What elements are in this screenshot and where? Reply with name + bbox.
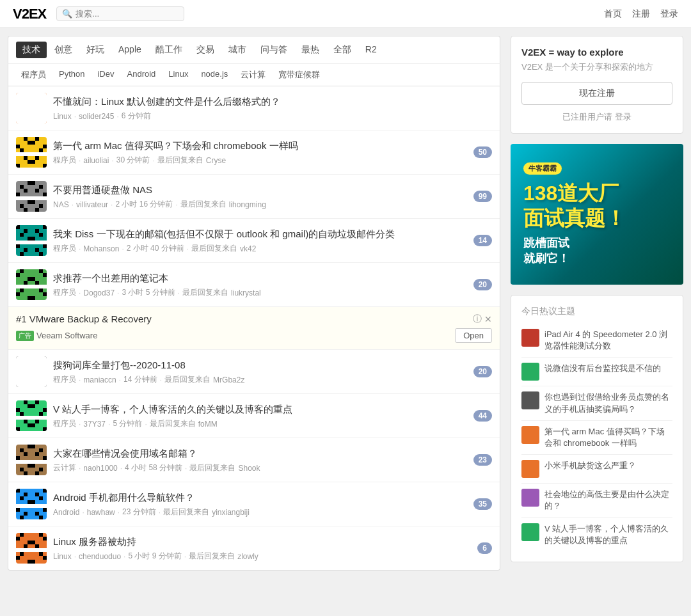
svg-rect-72	[16, 152, 20, 156]
topic-author[interactable]: Dogod37	[83, 288, 115, 297]
nav-register[interactable]: 注册	[632, 8, 650, 20]
logo[interactable]: V2EX	[13, 6, 46, 22]
tab-好玩[interactable]: 好玩	[80, 42, 111, 58]
topic-author[interactable]: 37Y37	[83, 420, 106, 429]
topic-node[interactable]: Linux	[53, 112, 72, 121]
nav-home[interactable]: 首页	[604, 8, 622, 20]
svg-rect-156	[24, 356, 28, 360]
tab-交易[interactable]: 交易	[190, 42, 221, 58]
reply-count: 99	[473, 191, 492, 202]
sub-tab-Python[interactable]: Python	[54, 68, 90, 82]
sub-tab-云计算[interactable]: 云计算	[235, 68, 271, 82]
svg-rect-73	[43, 152, 47, 156]
topic-last-reply: 最后回复来自	[164, 374, 210, 385]
topic-author[interactable]: naoh1000	[83, 464, 117, 473]
topic-author[interactable]: ailuoliai	[83, 156, 109, 165]
hot-item[interactable]: 小米手机缺货这么严重？	[521, 455, 672, 484]
sub-tab-Android[interactable]: Android	[122, 68, 161, 82]
topic-title[interactable]: Android 手机都用什么导航软件？	[53, 491, 467, 504]
topic-last-reply-user[interactable]: yinxiangbiji	[212, 508, 250, 517]
topic-node[interactable]: 程序员	[53, 418, 76, 429]
topic-last-reply-user[interactable]: vk42	[240, 244, 256, 253]
topic-node[interactable]: Android	[53, 508, 79, 517]
hot-item[interactable]: iPad Air 4 的 Speedometer 2.0 浏览器性能测试分数	[521, 324, 672, 358]
topic-content: 不要用普通硬盘做 NAS NAS·villivateur·2 小时 16 分钟前…	[53, 183, 467, 210]
topic-author[interactable]: maniaccn	[83, 375, 116, 384]
topic-author[interactable]: chenduoduo	[79, 552, 121, 561]
topic-author[interactable]: solider245	[79, 112, 114, 121]
svg-rect-24	[16, 104, 20, 108]
hot-item[interactable]: 说微信没有后台监控我是不信的	[521, 358, 672, 386]
sub-tab-iDev[interactable]: iDev	[92, 68, 119, 82]
tab-技术[interactable]: 技术	[16, 42, 47, 58]
svg-rect-89	[39, 185, 43, 189]
svg-rect-5	[35, 93, 39, 97]
topic-item: V 站人手一博客，个人博客活的久的关键以及博客的重点 程序员·37Y37·5 分…	[8, 394, 500, 438]
topic-last-reply-user[interactable]: foMM	[198, 420, 218, 429]
ad-header: #1 VMware Backup & Recovery	[16, 313, 492, 324]
topic-avatar	[16, 93, 47, 123]
topic-author[interactable]: hawhaw	[87, 508, 115, 517]
sub-tab-node.js[interactable]: node.js	[196, 68, 233, 82]
tab-问与答[interactable]: 问与答	[254, 42, 294, 58]
topic-title[interactable]: 求推荐一个出差用的笔记本	[53, 271, 467, 285]
topic-node[interactable]: Linux	[53, 552, 72, 561]
tab-全部[interactable]: 全部	[327, 42, 358, 58]
topic-node[interactable]: 程序员	[53, 374, 76, 385]
svg-rect-281	[39, 516, 43, 519]
topic-title[interactable]: 不要用普通硬盘做 NAS	[53, 183, 467, 196]
topic-title[interactable]: V 站人手一博客，个人博客活的久的关键以及博客的重点	[53, 402, 467, 416]
ad-info-icon[interactable]: ⓘ	[473, 313, 482, 325]
topic-last-reply-user[interactable]: lihongming	[229, 200, 266, 209]
svg-rect-106	[24, 208, 28, 212]
tab-最热[interactable]: 最热	[295, 42, 326, 58]
tab-Apple[interactable]: Apple	[112, 42, 148, 58]
topic-last-reply-user[interactable]: Cryse	[206, 156, 226, 165]
topic-author[interactable]: Mohanson	[83, 244, 119, 253]
login-link[interactable]: 登录	[615, 112, 631, 122]
sub-tab-宽带症候群[interactable]: 宽带症候群	[273, 68, 325, 82]
topic-last-reply-user[interactable]: zlowly	[237, 552, 258, 561]
ad-banner[interactable]: 牛客霸霸 138道大厂面试真题！ 跳槽面试就刷它！	[511, 144, 683, 285]
sub-tab-程序员[interactable]: 程序员	[16, 68, 51, 82]
svg-rect-303	[31, 560, 35, 564]
svg-rect-52	[24, 116, 28, 120]
topic-node[interactable]: 云计算	[53, 462, 76, 473]
topic-title[interactable]: Linux 服务器被劫持	[53, 535, 471, 548]
tab-R2[interactable]: R2	[359, 42, 383, 58]
svg-rect-151	[31, 296, 35, 300]
nav-login[interactable]: 登录	[660, 8, 678, 20]
svg-rect-139	[43, 285, 47, 288]
topic-avatar	[16, 356, 47, 387]
register-button[interactable]: 现在注册	[521, 82, 672, 105]
hot-item[interactable]: 你也遇到过假借给业务员点赞的名义的手机店抽奖骗局吗？	[521, 386, 672, 420]
topic-author[interactable]: villivateur	[76, 200, 108, 209]
topic-title[interactable]: 搜狗词库全量打包--2020-11-08	[53, 358, 467, 372]
svg-rect-278	[24, 512, 28, 516]
ad-close-icon[interactable]: ✕	[484, 314, 492, 324]
topic-last-reply-user[interactable]: Shook	[238, 464, 260, 473]
search-input[interactable]	[75, 9, 179, 19]
hot-item[interactable]: 社会地位的高低主要是由什么决定的？	[521, 484, 672, 517]
tab-创意[interactable]: 创意	[48, 42, 79, 58]
sub-tab-Linux[interactable]: Linux	[163, 68, 193, 82]
topic-node[interactable]: NAS	[53, 200, 69, 209]
hot-item[interactable]: 第一代 arm Mac 值得买吗？下场会和 chromebook 一样吗	[521, 421, 672, 455]
topic-node[interactable]: 程序员	[53, 287, 76, 298]
ad-open-button[interactable]: Open	[455, 328, 492, 343]
tab-酷工作[interactable]: 酷工作	[149, 42, 189, 58]
hot-item[interactable]: V 站人手一博客，个人博客活的久的关键以及博客的重点	[521, 518, 672, 551]
topic-title[interactable]: 不懂就问：Linux 默认创建的文件是什么后缀格式的？	[53, 95, 492, 108]
topic-title[interactable]: 我来 Diss 一下现在的邮箱(包括但不仅限于 outlook 和 gmail)…	[53, 227, 467, 241]
topic-node[interactable]: 程序员	[53, 243, 76, 254]
hot-title: 今日热议主题	[521, 306, 672, 317]
topic-title[interactable]: 第一代 arm Mac 值得买吗？下场会和 chromebook 一样吗	[53, 139, 467, 152]
topic-node[interactable]: 程序员	[53, 155, 76, 166]
search-box[interactable]: 🔍	[56, 6, 184, 21]
tab-城市[interactable]: 城市	[222, 42, 253, 58]
topic-last-reply-user[interactable]: MrGba2z	[213, 375, 244, 384]
svg-rect-94	[16, 196, 20, 200]
topic-last-reply-user[interactable]: liukrystal	[231, 288, 261, 297]
topic-title[interactable]: 大家在哪些情况会使用域名邮箱？	[53, 446, 467, 460]
svg-rect-215	[31, 383, 35, 387]
